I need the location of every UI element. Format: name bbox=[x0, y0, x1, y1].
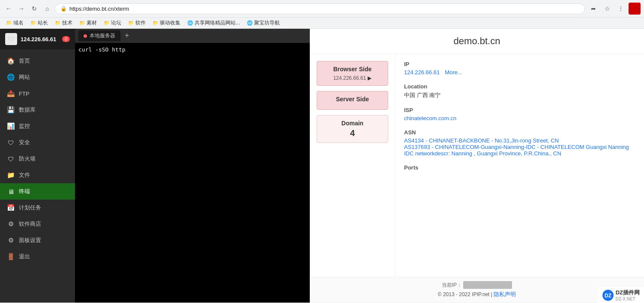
home-icon: 🏠 bbox=[7, 57, 15, 65]
overlay-right-panel: IP 124.226.66.61 More... Location 中国 广西 … bbox=[395, 54, 644, 277]
sidebar-item-文件[interactable]: 📁 文件 bbox=[0, 167, 75, 183]
sidebar-item-防火墙[interactable]: 🛡 防火墙 bbox=[0, 151, 75, 167]
bookmark-聚宝坊[interactable]: 🌐 聚宝坊导航 bbox=[244, 18, 282, 27]
bookmark-论坛[interactable]: 📁 论坛 bbox=[101, 18, 124, 27]
ftp-icon: 📤 bbox=[7, 90, 15, 97]
browser-toolbar: ← → ↻ ⌂ 🔒 https://demo.bt.cn/xterm ➦ ☆ ⋮ bbox=[0, 0, 644, 17]
dz-logo: DZ bbox=[602, 289, 614, 301]
sidebar-item-计划任务[interactable]: 📅 计划任务 bbox=[0, 200, 75, 216]
toolbar-actions: ➦ ☆ ⋮ bbox=[587, 3, 641, 15]
overlay-title: demo.bt.cn bbox=[317, 36, 637, 47]
dz-watermark: DZ DZ插件网 DZ-X.NET bbox=[598, 287, 644, 303]
bookmarks-bar: 📁 域名 📁 站长 📁 技术 📁 素材 📁 论坛 📁 软件 📁 驱动收集 🌐 bbox=[0, 17, 644, 28]
asn2-value[interactable]: AS137693 - CHINATELECOM-Guangxi-Nanning-… bbox=[404, 144, 635, 157]
current-ip-row: 当前IP： ████████████ bbox=[317, 282, 637, 289]
browser-side-arrow: ▶ bbox=[368, 75, 371, 81]
monitor-icon: 📊 bbox=[7, 122, 15, 130]
sidebar-item-数据库[interactable]: 💾 数据库 bbox=[0, 102, 75, 118]
url-text: https://demo.bt.cn/xterm bbox=[69, 6, 129, 12]
ip-row: 124.226.66.61 More... bbox=[404, 69, 635, 76]
sidebar-item-ftp[interactable]: 📤 FTP bbox=[0, 85, 75, 102]
home-button[interactable]: ⌂ bbox=[42, 3, 52, 14]
sidebar-item-终端[interactable]: 🖥 终端 bbox=[0, 183, 75, 200]
overlay-panel: demo.bt.cn Browser Side 124.226.66.61 ▶ bbox=[310, 29, 644, 303]
bookmark-驱动收集[interactable]: 📁 驱动收集 bbox=[150, 18, 183, 27]
profile-avatar[interactable] bbox=[629, 3, 641, 15]
isp-section: ISP chinatelecom.com.cn bbox=[404, 107, 635, 121]
footer-links: © 2013 - 2022 IPIP.net | 隐私声明 bbox=[317, 291, 637, 298]
firewall-icon: 🛡 bbox=[7, 155, 15, 163]
sidebar-item-网站[interactable]: 🌐 网站 bbox=[0, 69, 75, 85]
bookmark-素材[interactable]: 📁 素材 bbox=[77, 18, 99, 27]
isp-value[interactable]: chinatelecom.com.cn bbox=[404, 115, 456, 121]
domain-card[interactable]: Domain 4 bbox=[317, 115, 388, 143]
dz-text: DZ插件网 DZ-X.NET bbox=[616, 289, 640, 301]
terminal-icon: 🖥 bbox=[7, 188, 15, 195]
sidebar-badge: 0 bbox=[62, 36, 70, 42]
privacy-link[interactable]: 隐私声明 bbox=[494, 291, 516, 297]
server-side-card[interactable]: Server Side bbox=[317, 91, 388, 110]
overlay-header: demo.bt.cn bbox=[310, 29, 644, 54]
bookmark-域名[interactable]: 📁 域名 bbox=[3, 18, 26, 27]
server-side-label: Server Side bbox=[323, 96, 382, 103]
address-bar[interactable]: 🔒 https://demo.bt.cn/xterm bbox=[55, 3, 585, 14]
sidebar-server-name: 124.226.66.61 bbox=[21, 36, 56, 42]
overlay-body: Browser Side 124.226.66.61 ▶ Server Side… bbox=[310, 54, 644, 277]
domain-card-value: 4 bbox=[323, 128, 382, 138]
domain-card-label: Domain bbox=[323, 120, 382, 127]
settings-icon: ⚙ bbox=[7, 236, 15, 244]
bookmark-软件[interactable]: 📁 软件 bbox=[126, 18, 148, 27]
isp-label: ISP bbox=[404, 107, 635, 113]
back-button[interactable]: ← bbox=[3, 3, 14, 14]
share-button[interactable]: ➦ bbox=[587, 3, 599, 15]
ports-section: Ports bbox=[404, 164, 635, 171]
browser-side-label: Browser Side bbox=[323, 66, 382, 73]
schedule-icon: 📅 bbox=[7, 204, 15, 212]
copyright-text: © 2013 - 2022 IPIP.net bbox=[438, 291, 490, 297]
forward-button[interactable]: → bbox=[16, 3, 27, 14]
logout-icon: 🚪 bbox=[7, 253, 15, 261]
terminal-area: 本地服务器 + 阿里云/腾讯云 演示版功能 curl -sSO http dem… bbox=[75, 29, 644, 303]
browser-side-card[interactable]: Browser Side 124.226.66.61 ▶ bbox=[317, 61, 388, 86]
add-terminal-button[interactable]: + bbox=[122, 30, 132, 41]
ip-section: IP 124.226.66.61 More... bbox=[404, 61, 635, 76]
svg-text:DZ: DZ bbox=[605, 293, 611, 299]
asn-label: ASN bbox=[404, 129, 635, 136]
location-value: 中国 广西 南宁 bbox=[404, 91, 635, 99]
sidebar-item-面板设置[interactable]: ⚙ 面板设置 bbox=[0, 232, 75, 248]
browser-side-ip: 124.226.66.61 ▶ bbox=[323, 75, 382, 81]
main-content: 本地服务器 + 阿里云/腾讯云 演示版功能 curl -sSO http dem… bbox=[75, 29, 644, 303]
sidebar-item-软件商店[interactable]: ⚙ 软件商店 bbox=[0, 216, 75, 232]
overlay-left-panel: Browser Side 124.226.66.61 ▶ Server Side… bbox=[310, 54, 395, 277]
sidebar-item-监控[interactable]: 📊 监控 bbox=[0, 118, 75, 134]
bookmark-共享[interactable]: 🌐 共享网络精品网站... bbox=[185, 18, 243, 27]
lock-icon: 🔒 bbox=[60, 6, 67, 12]
sidebar-item-安全[interactable]: 🛡 安全 bbox=[0, 134, 75, 151]
store-icon: ⚙ bbox=[7, 220, 15, 228]
asn1-value[interactable]: AS4134 - CHINANET-BACKBONE - No.31,Jin-r… bbox=[404, 137, 635, 144]
website-icon: 🌐 bbox=[7, 73, 15, 81]
ports-label: Ports bbox=[404, 164, 635, 171]
sidebar-item-退出[interactable]: 🚪 退出 bbox=[0, 248, 75, 265]
sidebar: 🛡 124.226.66.61 0 🏠 首页 🌐 网站 📤 FTP 💾 数据库 bbox=[0, 29, 75, 303]
location-label: Location bbox=[404, 83, 635, 90]
database-icon: 💾 bbox=[7, 106, 15, 114]
sidebar-header: 🛡 124.226.66.61 0 bbox=[0, 29, 75, 49]
browser-chrome: ← → ↻ ⌂ 🔒 https://demo.bt.cn/xterm ➦ ☆ ⋮… bbox=[0, 0, 644, 29]
terminal-tab-local[interactable]: 本地服务器 bbox=[78, 30, 120, 41]
bookmark-button[interactable]: ☆ bbox=[601, 3, 613, 15]
tab-close-dot bbox=[84, 34, 87, 38]
refresh-button[interactable]: ↻ bbox=[29, 3, 39, 14]
overlay-footer: 当前IP： ████████████ © 2013 - 2022 IPIP.ne… bbox=[310, 277, 644, 303]
ip-label: IP bbox=[404, 61, 635, 67]
location-section: Location 中国 广西 南宁 bbox=[404, 83, 635, 99]
bookmark-站长[interactable]: 📁 站长 bbox=[28, 18, 51, 27]
asn-section: ASN AS4134 - CHINANET-BACKBONE - No.31,J… bbox=[404, 129, 635, 157]
ip-more-link[interactable]: More... bbox=[445, 69, 462, 76]
bookmark-技术[interactable]: 📁 技术 bbox=[52, 18, 75, 27]
sidebar-item-首页[interactable]: 🏠 首页 bbox=[0, 53, 75, 69]
security-icon: 🛡 bbox=[7, 139, 15, 146]
menu-button[interactable]: ⋮ bbox=[615, 3, 627, 15]
terminal-command: curl -sSO http bbox=[78, 46, 126, 53]
ip-value[interactable]: 124.226.66.61 bbox=[404, 69, 440, 76]
